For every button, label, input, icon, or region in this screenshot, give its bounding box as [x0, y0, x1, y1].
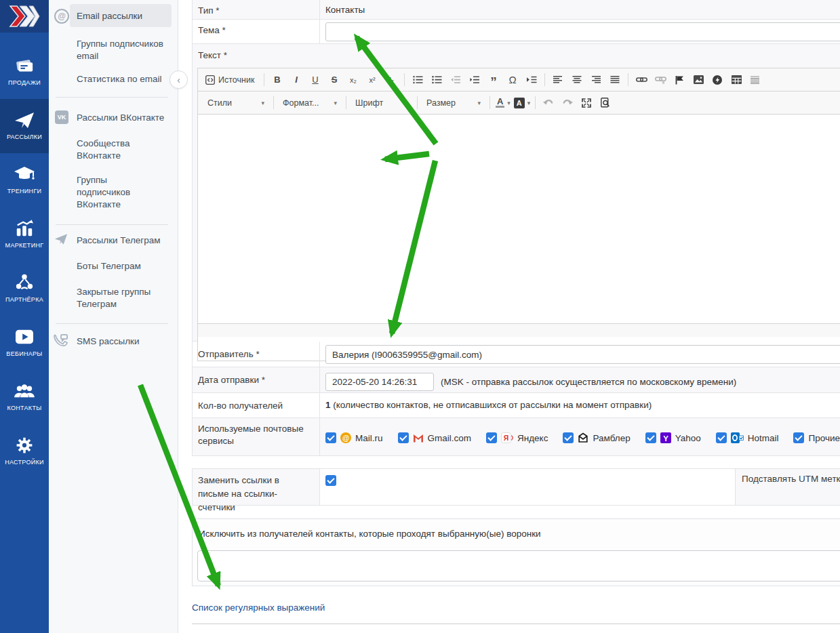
italic-button[interactable]: I: [287, 71, 305, 88]
sales-cards-icon: [14, 54, 35, 77]
subnav-item-telegram-closed-groups[interactable]: Закрытые группы Телеграм: [77, 286, 165, 310]
send-date-input[interactable]: [325, 373, 434, 391]
subnav-item-vk-communities[interactable]: Сообщества ВКонтакте: [77, 138, 153, 162]
font-dropdown[interactable]: Шрифт ▾: [351, 94, 412, 111]
unlink-button[interactable]: [652, 71, 669, 88]
indent-button[interactable]: [466, 71, 483, 88]
service-other[interactable]: Прочие: [793, 432, 840, 443]
align-left-button[interactable]: [549, 71, 567, 88]
size-dropdown[interactable]: Размер ▾: [422, 94, 485, 111]
subnav-item-email-subscriber-groups[interactable]: Группы подписчиков email: [77, 38, 173, 62]
regex-list-link[interactable]: Список регулярных выражений: [192, 603, 325, 613]
sidebar-item-sales[interactable]: ПРОДАЖИ: [0, 45, 49, 99]
bold-button[interactable]: B: [268, 71, 286, 88]
send-date-note: (MSK - отправка рассылок осуществляется …: [441, 377, 736, 387]
service-yandex[interactable]: Я Яндекс: [486, 432, 548, 443]
vk-icon: VK: [55, 110, 68, 124]
redo-button[interactable]: [559, 94, 576, 111]
service-yahoo[interactable]: Y Yahoo: [645, 432, 701, 443]
anchor-flag-button[interactable]: [671, 71, 688, 88]
subnav-item-email-stats[interactable]: Статистика по email: [77, 73, 185, 85]
subnav-item-telegram-bots[interactable]: Боты Телеграм: [77, 260, 185, 272]
image-button[interactable]: [689, 71, 707, 88]
subnav-item-sms-mailings[interactable]: SMS рассылки: [77, 335, 185, 348]
sidebar-collapse-button[interactable]: ‹: [169, 70, 188, 89]
editor-content-area[interactable]: [198, 115, 840, 323]
styles-dropdown[interactable]: Стили ▾: [203, 94, 268, 111]
underline-button[interactable]: U: [306, 71, 324, 88]
sender-input[interactable]: [325, 345, 840, 364]
exclude-funnels-label: Исключить из получателей контакты, котор…: [199, 529, 541, 539]
text-color-button[interactable]: A ▾: [494, 94, 512, 111]
service-label: Yahoo: [675, 433, 701, 443]
maximize-button[interactable]: [578, 94, 595, 111]
justify-button[interactable]: [606, 71, 624, 88]
blockquote-button[interactable]: ”: [485, 71, 502, 88]
numbered-list-button[interactable]: [409, 71, 426, 88]
chevron-down-icon: ▾: [334, 100, 337, 106]
subnav-item-email-mailings[interactable]: Email рассылки: [70, 4, 172, 27]
superscript-button[interactable]: x²: [363, 71, 381, 88]
sidebar-item-marketing[interactable]: МАРКЕТИНГ: [0, 207, 49, 262]
checkbox-checked-icon[interactable]: [486, 432, 497, 443]
checkbox-checked-icon[interactable]: [716, 432, 727, 443]
replace-links-label: Заменить ссылки в письме на ссылки-счетч…: [193, 469, 320, 505]
subscript-button[interactable]: x₂: [344, 71, 362, 88]
format-dropdown[interactable]: Формат... ▾: [279, 94, 341, 111]
special-char-button[interactable]: Ω: [504, 71, 521, 88]
subnav-item-vk-subscriber-groups[interactable]: Группы подписчиков ВКонтакте: [77, 174, 147, 211]
sidebar-item-label: ТРЕНИНГИ: [7, 188, 42, 195]
checkbox-checked-icon[interactable]: [398, 432, 409, 443]
source-button[interactable]: Источник: [203, 71, 260, 88]
horizontal-rule-button[interactable]: [746, 71, 764, 88]
outdent-button[interactable]: [447, 71, 464, 88]
undo-button[interactable]: [540, 94, 557, 111]
service-hotmail[interactable]: Hotmail: [716, 432, 779, 443]
service-mailru[interactable]: @ Mail.ru: [325, 432, 383, 443]
align-right-button[interactable]: [587, 71, 605, 88]
align-center-button[interactable]: [568, 71, 586, 88]
subject-input[interactable]: [325, 22, 840, 41]
checkbox-checked-icon[interactable]: [645, 432, 656, 443]
sidebar-item-settings[interactable]: НАСТРОЙКИ: [0, 424, 49, 478]
checkbox-checked-icon[interactable]: [563, 432, 574, 443]
sidebar-item-affiliate[interactable]: ПАРТНЁРКА: [0, 262, 49, 316]
link-button[interactable]: [633, 71, 650, 88]
subnav-item-telegram-mailings[interactable]: Рассылки Телеграм: [77, 234, 185, 247]
bg-color-icon: A: [514, 98, 525, 108]
remove-format-button[interactable]: Iₓ: [382, 71, 400, 88]
recipients-count: 1: [325, 400, 331, 410]
app-screen: ПРОДАЖИ РАССЫЛКИ ТРЕНИНГИ: [0, 0, 840, 633]
people-group-icon: [14, 380, 35, 403]
bg-color-button[interactable]: A ▾: [513, 94, 531, 111]
sidebar-item-mailings[interactable]: РАССЫЛКИ: [0, 99, 49, 153]
primary-sidebar: ПРОДАЖИ РАССЫЛКИ ТРЕНИНГИ: [0, 0, 49, 633]
sidebar-item-trainings[interactable]: ТРЕНИНГИ: [0, 153, 49, 207]
funnels-select[interactable]: [197, 550, 840, 581]
hotmail-icon: [731, 432, 744, 443]
service-rambler[interactable]: Рамблер: [563, 432, 630, 443]
sidebar-item-webinars[interactable]: ВЕБИНАРЫ: [0, 316, 49, 370]
page-break-button[interactable]: [523, 71, 540, 88]
gear-icon: [15, 434, 34, 457]
editor-status-bar: [198, 323, 840, 337]
secondary-sidebar: @ Email рассылки Группы подписчиков emai…: [49, 0, 178, 633]
form-row-services: Используемые почтовые сервисы @ Mail.ru: [193, 418, 840, 456]
service-gmail[interactable]: Gmail.com: [398, 432, 472, 443]
strikethrough-button[interactable]: S: [325, 71, 343, 88]
bulleted-list-button[interactable]: [428, 71, 445, 88]
checkbox-checked-icon[interactable]: [793, 432, 804, 443]
app-logo[interactable]: [0, 0, 49, 33]
subject-label: Тема *: [193, 20, 320, 43]
table-button[interactable]: [727, 71, 745, 88]
flash-button[interactable]: [708, 71, 726, 88]
preview-button[interactable]: [597, 94, 614, 111]
subnav-item-vk-mailings[interactable]: Рассылки ВКонтакте: [77, 112, 185, 124]
checkbox-checked-icon[interactable]: [325, 432, 336, 443]
subnav-divider: [56, 224, 168, 225]
replace-links-checkbox[interactable]: [325, 475, 336, 486]
form-row-subject: Тема *: [193, 20, 840, 44]
service-label: Gmail.com: [428, 433, 472, 443]
sidebar-item-contacts[interactable]: КОНТАКТЫ: [0, 370, 49, 424]
format-dropdown-label: Формат...: [283, 98, 319, 108]
